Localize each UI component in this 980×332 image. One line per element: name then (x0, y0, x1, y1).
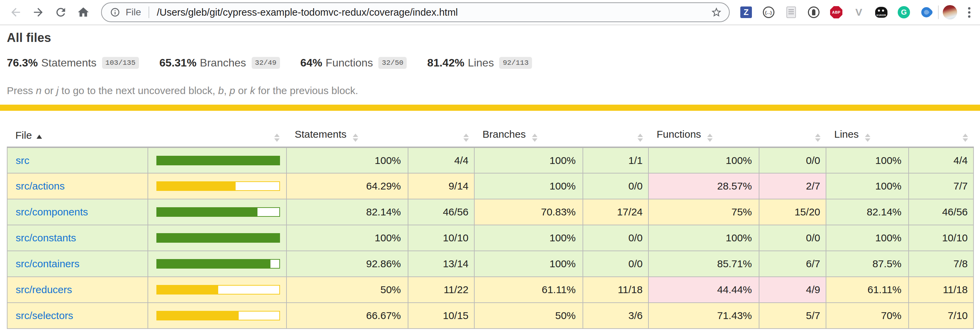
lines-abs-cell: 46/56 (908, 199, 974, 225)
sort-control-icon[interactable] (638, 134, 643, 142)
home-icon (77, 6, 90, 19)
sort-control-icon[interactable] (963, 134, 968, 142)
file-cell: src/containers (7, 251, 148, 277)
lines-abs-cell: 7/10 (908, 303, 974, 329)
coverage-bar-fill (157, 286, 218, 294)
sort-control-icon[interactable] (815, 134, 821, 142)
coverage-bar (156, 259, 280, 269)
file-link[interactable]: src/selectors (16, 310, 73, 321)
column-header-branches-abs[interactable] (583, 125, 648, 147)
file-link[interactable]: src (16, 155, 29, 166)
column-header-functions-abs[interactable] (759, 125, 826, 147)
file-header-label: File (15, 130, 32, 141)
file-link[interactable]: src/actions (16, 180, 65, 191)
coverage-table: File Statements Branches Functions Lines… (7, 125, 974, 329)
back-button[interactable] (7, 3, 25, 21)
grammarly-extension-icon[interactable]: G (897, 5, 911, 19)
sort-ascending-icon (37, 134, 42, 139)
sort-control-icon[interactable] (532, 134, 538, 142)
table-row: src 100% 4/4 100% 1/1 100% 0/0 100% 4/4 (7, 147, 974, 173)
home-button[interactable] (75, 3, 92, 21)
column-header-lines[interactable]: Lines (826, 125, 908, 147)
statements-abs-cell: 4/4 (408, 147, 474, 173)
coverage-summary: 76.3% Statements 103/135 65.31% Branches… (7, 57, 973, 69)
table-row: src/constants 100% 10/10 100% 0/0 100% 0… (7, 225, 974, 251)
coverage-bar-empty (239, 311, 279, 320)
coverage-bar-empty (258, 208, 279, 216)
adblock-plus-extension-icon[interactable]: ABP (829, 5, 843, 19)
password-manager-extension-icon[interactable] (807, 5, 821, 19)
sort-control-icon[interactable] (274, 134, 280, 142)
coverage-bar-fill (157, 260, 270, 268)
functions-summary: 64% Functions 32/50 (301, 57, 407, 69)
statements-pct-cell: 100% (286, 225, 408, 251)
z-extension-icon[interactable]: Z (739, 5, 753, 19)
sort-control-icon[interactable] (707, 134, 713, 142)
coverage-bar-cell (148, 199, 286, 225)
file-cell: src (7, 147, 148, 173)
coverage-bar-cell (148, 225, 286, 251)
file-link[interactable]: src/containers (16, 258, 80, 269)
file-link[interactable]: src/components (16, 206, 88, 217)
extensions-area: Z {..} ABP V KUKER G (737, 5, 936, 19)
bookmark-star-icon[interactable] (711, 6, 722, 18)
lines-pct-cell: 100% (826, 147, 908, 173)
statements-header-label: Statements (295, 128, 347, 140)
functions-abs-cell: 4/9 (759, 277, 826, 303)
flame-extension-icon[interactable] (920, 5, 933, 19)
statements-fraction-badge: 103/135 (102, 57, 139, 69)
functions-abs-cell: 6/7 (759, 251, 826, 277)
coverage-bar-cell (148, 251, 286, 277)
branches-header-label: Branches (482, 128, 526, 140)
coverage-bar (156, 156, 280, 165)
profile-avatar[interactable] (943, 5, 957, 19)
column-header-statements[interactable]: Statements (286, 125, 408, 147)
column-header-file[interactable]: File (7, 125, 148, 147)
column-header-branches[interactable]: Branches (474, 125, 583, 147)
functions-label: Functions (326, 57, 373, 69)
branches-pct-cell: 100% (474, 251, 583, 277)
file-cell: src/components (7, 199, 148, 225)
statements-pct-cell: 66.67% (286, 303, 408, 329)
url-scheme-label: File (126, 7, 141, 18)
file-cell: src/actions (7, 173, 148, 199)
reload-button[interactable] (52, 3, 70, 21)
sort-control-icon[interactable] (353, 134, 358, 142)
coverage-bar-empty (270, 260, 279, 268)
lines-pct-cell: 82.14% (826, 199, 908, 225)
functions-abs-cell: 0/0 (759, 225, 826, 251)
page-info-icon[interactable] (110, 7, 120, 17)
functions-pct-cell: 71.43% (648, 303, 759, 329)
file-link[interactable]: src/constants (16, 232, 76, 243)
sort-control-icon[interactable] (865, 134, 870, 142)
functions-abs-cell: 5/7 (759, 303, 826, 329)
branches-abs-cell: 0/0 (583, 251, 648, 277)
branches-pct-cell: 100% (474, 147, 583, 173)
functions-pct-cell: 75% (648, 199, 759, 225)
forward-button[interactable] (29, 3, 47, 21)
column-header-functions[interactable]: Functions (648, 125, 759, 147)
sort-control-icon[interactable] (463, 134, 469, 142)
url-text[interactable]: /Users/gleb/git/cypress-example-todomvc-… (157, 7, 705, 18)
table-row: src/actions 64.29% 9/14 100% 0/0 28.57% … (7, 173, 974, 199)
lines-abs-cell: 7/7 (908, 173, 974, 199)
column-header-statements-abs[interactable] (408, 125, 474, 147)
document-extension-icon[interactable] (784, 5, 798, 19)
branches-pct-cell: 100% (474, 173, 583, 199)
browser-menu-button[interactable] (964, 5, 975, 21)
address-bar[interactable]: File /Users/gleb/git/cypress-example-tod… (101, 2, 730, 22)
file-link[interactable]: src/reducers (16, 284, 72, 295)
lines-label: Lines (468, 57, 494, 69)
vue-devtools-extension-icon[interactable]: V (852, 5, 865, 19)
table-row: src/components 82.14% 46/56 70.83% 17/24… (7, 199, 974, 225)
statements-abs-cell: 13/14 (408, 251, 474, 277)
lines-pct-cell: 100% (826, 173, 908, 199)
json-viewer-extension-icon[interactable]: {..} (762, 5, 775, 19)
column-header-chart[interactable] (148, 125, 286, 147)
coverage-bar-fill (157, 234, 279, 242)
branches-pct-cell: 70.83% (474, 199, 583, 225)
kuker-extension-icon[interactable]: KUKER (875, 5, 888, 19)
branches-abs-cell: 0/0 (583, 173, 648, 199)
column-header-lines-abs[interactable] (908, 125, 974, 147)
arrow-left-icon (9, 6, 22, 19)
